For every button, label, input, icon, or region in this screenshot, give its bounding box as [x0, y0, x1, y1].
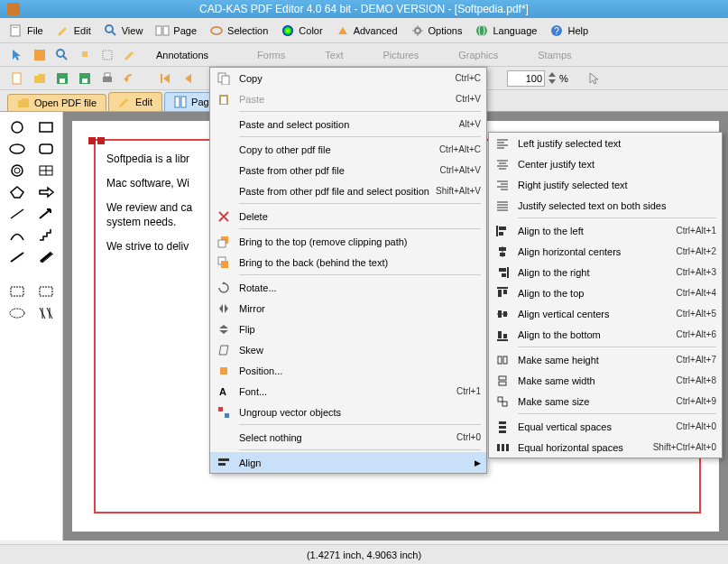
menu-language[interactable]: Language: [475, 23, 537, 38]
menu-options[interactable]: Options: [410, 23, 463, 38]
submenu-same-height[interactable]: Make same heightCtrl+Alt+7: [489, 349, 722, 370]
text-label[interactable]: Text: [325, 50, 343, 60]
titlebar: CAD-KAS PDF Editor 4.0 64 bit - DEMO VER…: [0, 0, 728, 18]
tab-edit[interactable]: Edit: [108, 92, 162, 111]
print-button[interactable]: [97, 69, 117, 88]
menu-copy[interactable]: CopyCtrl+C: [210, 68, 486, 88]
forms-label[interactable]: Forms: [257, 50, 285, 60]
dashed-rect-tool[interactable]: [34, 283, 58, 300]
menu-position[interactable]: Position...: [210, 360, 486, 381]
pointer-icon[interactable]: [585, 69, 604, 88]
stairs-tool[interactable]: [34, 227, 58, 244]
zoom-up-icon[interactable]: [548, 71, 557, 79]
arrow-tool[interactable]: [34, 206, 58, 222]
svg-rect-93: [499, 376, 506, 380]
menu-bring-back[interactable]: Bring to the back (behind the text): [210, 252, 486, 273]
submenu-equal-v[interactable]: Equal vertical spacesCtrl+Alt+0: [489, 416, 722, 437]
submenu-left-justify[interactable]: Left justify selected text: [489, 133, 722, 153]
svg-rect-21: [82, 79, 88, 83]
pictures-label[interactable]: Pictures: [382, 50, 419, 60]
submenu-align-hc[interactable]: Align horizontal centersCtrl+Alt+2: [489, 241, 722, 262]
menu-selection[interactable]: Selection: [209, 23, 268, 38]
menu-advanced[interactable]: Advanced: [336, 23, 398, 38]
zoom-tool[interactable]: [52, 45, 72, 65]
menu-paste-select-pos[interactable]: Paste and select positionAlt+V: [210, 114, 486, 134]
menu-page[interactable]: Page: [155, 23, 197, 38]
svg-rect-48: [218, 240, 226, 247]
tab-open-pdf[interactable]: Open PDF file: [7, 94, 106, 111]
open-button[interactable]: [30, 69, 50, 88]
ellipse-tool[interactable]: [5, 141, 29, 157]
submenu-right-justify[interactable]: Right justify selected text: [489, 174, 722, 195]
resize-handle[interactable]: [97, 137, 105, 144]
submenu-same-width[interactable]: Make same widthCtrl+Alt+8: [489, 370, 722, 391]
menu-edit[interactable]: Edit: [56, 23, 91, 38]
nav-prev-button[interactable]: [179, 69, 198, 88]
circle-tool[interactable]: [5, 119, 29, 135]
crop-tool[interactable]: [97, 45, 117, 65]
submenu-align-top[interactable]: Align to the topCtrl+Alt+4: [489, 282, 722, 303]
save-as-button[interactable]: [75, 69, 95, 88]
graphics-label[interactable]: Graphics: [458, 50, 498, 60]
menu-font[interactable]: AFont...Ctrl+1: [210, 381, 486, 402]
same-height-icon: [494, 352, 511, 368]
svg-point-32: [14, 168, 20, 173]
menu-ungroup[interactable]: Ungroup vector objects: [210, 402, 486, 422]
menu-file[interactable]: File: [9, 23, 43, 38]
submenu-center-justify[interactable]: Center justify text: [489, 153, 722, 174]
menu-flip[interactable]: Flip: [210, 319, 486, 339]
hand-tool[interactable]: [75, 45, 95, 65]
caliper-tool[interactable]: [34, 305, 58, 321]
svg-rect-16: [103, 51, 112, 60]
dashed-ellipse-tool[interactable]: [5, 305, 29, 321]
submenu-align-vc[interactable]: Align vertical centersCtrl+Alt+5: [489, 303, 722, 324]
same-width-icon: [494, 373, 511, 389]
menu-skew[interactable]: Skew: [210, 339, 486, 360]
line-tool[interactable]: [5, 206, 29, 222]
submenu-align-right[interactable]: Align to the rightCtrl+Alt+3: [489, 262, 722, 282]
submenu-same-size[interactable]: Make same sizeCtrl+Alt+9: [489, 391, 722, 411]
select-tool[interactable]: [30, 45, 50, 65]
resize-handle[interactable]: [88, 137, 96, 144]
submenu-align-bottom[interactable]: Align to the bottomCtrl+Alt+6: [489, 324, 722, 345]
edit-tool[interactable]: [120, 45, 140, 65]
roundrect-tool[interactable]: [34, 141, 58, 157]
menu-copy-other[interactable]: Copy to other pdf fileCtrl+Alt+C: [210, 139, 486, 160]
new-button[interactable]: [7, 69, 27, 88]
menu-view[interactable]: View: [104, 23, 143, 38]
zoom-input[interactable]: [507, 70, 545, 87]
menu-rotate[interactable]: Rotate...: [210, 277, 486, 298]
rect-tool[interactable]: [34, 119, 58, 135]
save-button[interactable]: [52, 69, 72, 88]
svg-rect-55: [218, 458, 229, 461]
stamps-label[interactable]: Stamps: [538, 50, 571, 60]
submenu-justify-both[interactable]: Justify selected text on both sides: [489, 195, 722, 216]
curve-tool[interactable]: [5, 227, 29, 244]
menu-color[interactable]: Color: [281, 23, 322, 38]
donut-tool[interactable]: [5, 162, 29, 179]
menu-paste-other-sel[interactable]: Paste from other pdf file and select pos…: [210, 180, 486, 201]
annotations-label[interactable]: Annotations: [156, 50, 208, 60]
undo-button[interactable]: [120, 69, 140, 88]
pen-tool[interactable]: [5, 249, 29, 265]
menu-help[interactable]: ?Help: [549, 23, 588, 38]
toolbar-tools: Annotations Forms Text Pictures Graphics…: [0, 43, 728, 67]
menu-align[interactable]: Align▶: [210, 452, 486, 473]
marquee-tool[interactable]: [5, 283, 29, 300]
polygon-tool[interactable]: [5, 184, 29, 200]
pointer-tool[interactable]: [7, 45, 27, 65]
submenu-equal-h[interactable]: Equal horizontal spacesShift+Ctrl+Alt+0: [489, 437, 722, 458]
brush-tool[interactable]: [34, 249, 58, 265]
menu-delete[interactable]: Delete: [210, 206, 486, 227]
submenu-align-left[interactable]: Align to the leftCtrl+Alt+1: [489, 220, 722, 241]
nav-first-button[interactable]: [156, 69, 176, 88]
menu-bring-top[interactable]: Bring to the top (remove clipping path): [210, 231, 486, 252]
menu-select-nothing[interactable]: Select nothingCtrl+0: [210, 427, 486, 448]
menu-mirror[interactable]: Mirror: [210, 298, 486, 319]
arrow-shape-tool[interactable]: [34, 184, 58, 200]
svg-rect-19: [60, 79, 65, 83]
position-icon: [216, 363, 232, 379]
menu-paste-other[interactable]: Paste from other pdf fileCtrl+Alt+V: [210, 160, 486, 180]
zoom-down-icon[interactable]: [548, 79, 557, 86]
grid-tool[interactable]: [34, 162, 58, 179]
